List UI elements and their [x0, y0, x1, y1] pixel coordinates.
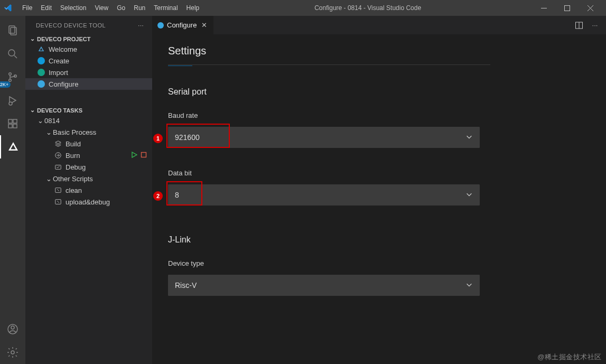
menu-go[interactable]: Go	[113, 4, 129, 12]
tab-configure[interactable]: Configure ✕	[152, 16, 214, 34]
sidebar-item-label: Configure	[49, 80, 78, 88]
run-task-icon[interactable]	[131, 152, 137, 160]
configure-icon	[37, 80, 45, 88]
activity-accounts[interactable]	[0, 318, 25, 341]
editor-body: Settings Serial port Baud rate 921600 1	[152, 34, 606, 364]
deveco-tasks-tree: ⌄ 0814 ⌄ Basic Process Build Burn	[25, 115, 152, 211]
editor-more-icon[interactable]: ···	[589, 20, 601, 31]
activity-deveco[interactable]	[0, 135, 25, 158]
settings-tab[interactable]: Settings	[168, 45, 206, 61]
sidebar: DEVECO DEVICE TOOL ··· ⌄ DEVECO PROJECT …	[25, 16, 152, 364]
scm-badge: 2K+	[0, 81, 11, 88]
svg-rect-20	[142, 152, 146, 157]
data-bit-dropdown[interactable]: 8	[168, 184, 480, 206]
deveco-tasks-section[interactable]: ⌄ DEVECO TASKS	[25, 106, 152, 115]
build-icon	[54, 139, 62, 148]
chevron-down-icon	[465, 281, 473, 290]
serial-port-section: Serial port Baud rate 921600 1 Data bit	[168, 87, 590, 206]
baud-rate-dropdown[interactable]: 921600	[168, 127, 480, 148]
close-button[interactable]	[579, 0, 602, 16]
data-bit-field: Data bit 8 2	[168, 169, 590, 206]
import-icon	[37, 68, 45, 77]
task-label: Burn	[66, 152, 80, 160]
svg-point-18	[11, 351, 14, 354]
maximize-button[interactable]	[555, 0, 579, 16]
title-bar: File Edit Selection View Go Run Terminal…	[0, 0, 606, 16]
settings-label: Settings	[168, 45, 206, 57]
baud-rate-value: 921600	[175, 133, 200, 142]
activity-scm[interactable]: 2K+	[0, 66, 25, 89]
task-label: clean	[66, 186, 82, 194]
task-other-label: Other Scripts	[53, 175, 93, 183]
svg-point-6	[8, 50, 15, 56]
menu-run[interactable]: Run	[129, 4, 150, 12]
activity-search[interactable]	[0, 42, 25, 66]
menu-help[interactable]: Help	[182, 4, 204, 12]
task-root-0814[interactable]: ⌄ 0814	[25, 115, 152, 126]
svg-line-7	[14, 55, 17, 58]
window-title: Configure - 0814 - Visual Studio Code	[203, 4, 532, 12]
annotation-badge-1: 1	[153, 134, 163, 143]
deveco-project-label: DEVECO PROJECT	[37, 36, 90, 42]
svg-point-11	[9, 102, 12, 105]
menu-view[interactable]: View	[90, 4, 113, 12]
settings-active-underline	[168, 66, 192, 66]
svg-point-17	[11, 326, 14, 329]
deveco-project-section[interactable]: ⌄ DEVECO PROJECT	[25, 34, 152, 43]
svg-rect-13	[8, 124, 12, 128]
task-root-label: 0814	[44, 117, 60, 125]
activity-explorer[interactable]	[0, 19, 25, 42]
chevron-down-icon: ⌄	[30, 35, 35, 42]
task-label: Build	[66, 140, 81, 148]
window-controls	[532, 0, 602, 16]
script-icon	[54, 186, 62, 194]
sidebar-title: DEVECO DEVICE TOOL	[36, 22, 106, 29]
task-basic-process[interactable]: ⌄ Basic Process	[25, 126, 152, 138]
settings-divider	[168, 64, 490, 65]
menu-terminal[interactable]: Terminal	[150, 4, 182, 12]
task-upload-debug[interactable]: upload&debug	[25, 196, 152, 208]
sidebar-item-configure[interactable]: Configure	[25, 78, 152, 90]
vscode-icon	[4, 4, 13, 12]
svg-rect-5	[11, 27, 16, 35]
sidebar-item-import[interactable]: Import	[25, 67, 152, 78]
device-type-dropdown[interactable]: Risc-V	[168, 275, 480, 296]
stop-task-icon[interactable]	[141, 152, 147, 160]
task-debug[interactable]: Debug	[25, 161, 152, 173]
serial-port-title: Serial port	[168, 87, 590, 97]
welcome-icon	[37, 45, 45, 53]
chevron-down-icon	[465, 191, 473, 200]
svg-rect-14	[13, 124, 17, 128]
task-label: upload&debug	[66, 198, 110, 206]
device-type-value: Risc-V	[175, 281, 197, 290]
editor-actions: ···	[573, 20, 606, 31]
split-editor-icon[interactable]	[573, 20, 585, 31]
activity-settings[interactable]	[0, 341, 25, 364]
chevron-down-icon: ⌄	[45, 128, 52, 136]
activity-run[interactable]	[0, 89, 25, 112]
menu-edit[interactable]: Edit	[36, 4, 56, 12]
sidebar-item-welcome[interactable]: Welcome	[25, 43, 152, 55]
chevron-down-icon: ⌄	[30, 107, 35, 114]
burn-icon	[54, 151, 62, 160]
activity-extensions[interactable]	[0, 112, 25, 135]
sidebar-item-create[interactable]: Create	[25, 55, 152, 67]
menu-selection[interactable]: Selection	[56, 4, 90, 12]
menu-file[interactable]: File	[18, 4, 36, 12]
chevron-down-icon: ⌄	[37, 117, 43, 125]
svg-point-8	[9, 73, 12, 76]
svg-point-9	[9, 79, 12, 82]
tab-label: Configure	[167, 21, 197, 29]
minimize-button[interactable]	[532, 0, 555, 16]
task-build[interactable]: Build	[25, 138, 152, 150]
svg-rect-4	[9, 26, 15, 33]
sidebar-item-label: Import	[49, 69, 68, 77]
svg-rect-1	[564, 5, 570, 11]
tab-close-icon[interactable]: ✕	[200, 21, 208, 29]
sidebar-more-icon[interactable]: ···	[138, 22, 144, 29]
jlink-title: J-Link	[168, 235, 590, 245]
task-burn[interactable]: Burn	[25, 150, 152, 161]
task-clean[interactable]: clean	[25, 184, 152, 196]
svg-rect-0	[541, 8, 547, 8]
task-other-scripts[interactable]: ⌄ Other Scripts	[25, 173, 152, 184]
